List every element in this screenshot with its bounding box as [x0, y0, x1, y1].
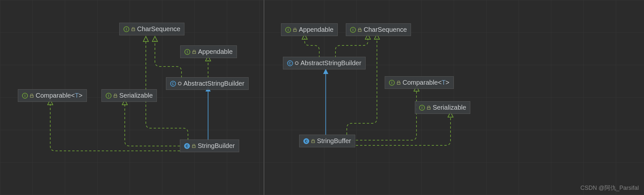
node-label: StringBuffer: [317, 137, 351, 145]
lock-icon: [113, 94, 117, 98]
node-appendable-left[interactable]: I Appendable: [180, 45, 237, 58]
node-label: Comparable<T>: [36, 92, 83, 99]
interface-icon: I: [184, 49, 190, 55]
node-label: AbstractStringBuilder: [300, 59, 361, 67]
node-label: Appendable: [198, 48, 233, 55]
lock-icon: [192, 144, 196, 148]
node-label: Serializable: [119, 92, 153, 99]
interface-icon: I: [22, 93, 28, 99]
node-label: StringBuilder: [198, 142, 235, 150]
right-diagram-pane: I Appendable I CharSequence C AbstractSt…: [264, 0, 644, 195]
interface-icon: I: [106, 93, 111, 99]
lock-icon: [192, 50, 196, 54]
node-stringbuffer[interactable]: C StringBuffer: [299, 135, 355, 147]
node-charsequence-left[interactable]: I CharSequence: [119, 23, 184, 35]
node-stringbuilder[interactable]: C StringBuilder: [180, 140, 239, 152]
lock-icon: [30, 94, 34, 98]
lock-icon: [311, 139, 315, 143]
node-label: CharSequence: [364, 26, 407, 33]
class-icon: C: [170, 81, 176, 87]
node-charsequence-right[interactable]: I CharSequence: [346, 23, 411, 36]
lock-icon: [293, 28, 297, 32]
node-abstractstringbuilder-left[interactable]: C AbstractStringBuilder: [166, 77, 249, 90]
lock-icon: [131, 27, 135, 31]
node-label: Comparable<T>: [403, 79, 450, 86]
node-label: AbstractStringBuilder: [183, 80, 244, 87]
watermark-text: CSDN @阿仇_Parsifal: [580, 184, 639, 192]
node-label: Serializable: [433, 104, 466, 111]
class-icon: C: [287, 60, 293, 66]
node-serializable-right[interactable]: I Serializable: [415, 101, 470, 114]
node-abstractstringbuilder-right[interactable]: C AbstractStringBuilder: [283, 57, 366, 69]
node-serializable-left[interactable]: I Serializable: [101, 89, 157, 102]
lock-icon: [358, 28, 362, 32]
node-comparable-right[interactable]: I Comparable<T>: [385, 76, 454, 89]
class-icon: C: [184, 143, 190, 149]
node-comparable-left[interactable]: I Comparable<T>: [18, 89, 87, 102]
node-label: CharSequence: [137, 25, 180, 33]
interface-icon: I: [419, 105, 425, 111]
class-icon: C: [303, 138, 309, 144]
interface-icon: I: [350, 27, 356, 33]
left-diagram-pane: I CharSequence I Appendable C AbstractSt…: [0, 0, 263, 195]
node-label: Appendable: [299, 26, 334, 33]
lock-icon: [427, 106, 431, 110]
abstract-marker-icon: [295, 61, 299, 65]
interface-icon: I: [285, 27, 291, 33]
interface-icon: I: [389, 80, 395, 86]
interface-icon: I: [123, 26, 129, 32]
node-appendable-right[interactable]: I Appendable: [281, 23, 338, 36]
abstract-marker-icon: [178, 82, 181, 85]
lock-icon: [397, 81, 401, 85]
